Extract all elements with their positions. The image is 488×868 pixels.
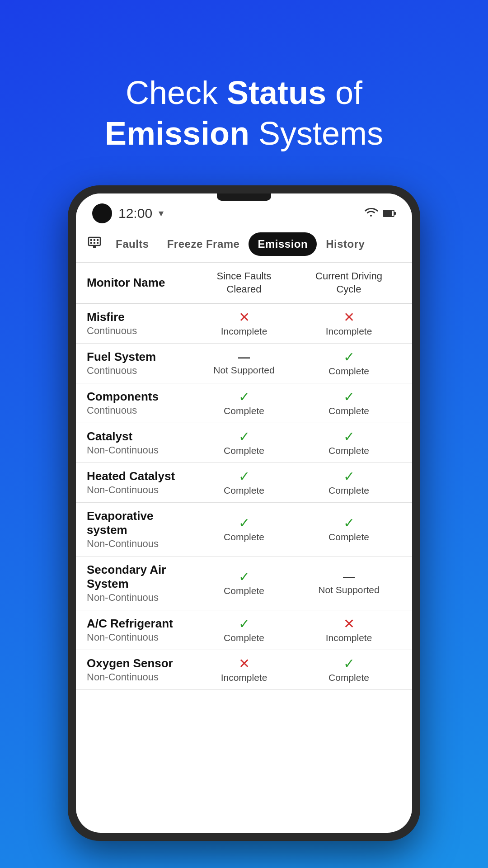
complete-icon: ✓ (239, 430, 250, 443)
monitor-name: Misfire (87, 310, 192, 324)
since-cleared-cell: ✓ Complete (192, 430, 296, 456)
since-cleared-cell: — Not Supported (192, 351, 296, 376)
hero-section: Check Status ofEmission Systems (51, 36, 437, 154)
svg-rect-5 (94, 239, 95, 241)
complete-icon: ✓ (343, 470, 355, 483)
nav-tabs: Faults Freeze Frame Emission History (76, 228, 412, 263)
incomplete-icon: ✕ (343, 311, 355, 324)
since-cleared-cell: ✕ Incomplete (192, 657, 296, 683)
svg-rect-1 (384, 211, 392, 216)
monitor-name: A/C Refrigerant (87, 617, 192, 631)
since-cleared-cell: ✓ Complete (192, 470, 296, 496)
svg-rect-6 (97, 239, 99, 241)
since-cleared-cell: ✓ Complete (192, 516, 296, 542)
since-cleared-cell: ✓ Complete (192, 390, 296, 416)
monitor-cell: A/C Refrigerant Non-Continuous (87, 617, 192, 643)
since-cleared-label: Complete (224, 585, 264, 596)
monitor-cell: Catalyst Non-Continuous (87, 429, 192, 456)
table-row: Oxygen Sensor Non-Continuous ✕ Incomplet… (76, 650, 412, 690)
monitor-name: Oxygen Sensor (87, 656, 192, 670)
col-since-header: Since FaultsCleared (192, 270, 296, 296)
table-row: Catalyst Non-Continuous ✓ Complete ✓ Com… (76, 423, 412, 463)
incomplete-icon: ✕ (343, 617, 355, 631)
table-row: Components Continuous ✓ Complete ✓ Compl… (76, 383, 412, 423)
svg-rect-9 (97, 242, 99, 244)
table-row: Evaporative system Non-Continuous ✓ Comp… (76, 503, 412, 557)
current-cycle-label: Complete (328, 672, 369, 683)
since-cleared-label: Incomplete (221, 326, 267, 337)
current-cycle-cell: ✓ Complete (296, 516, 401, 542)
monitor-name: Secondary Air System (87, 563, 192, 591)
current-cycle-cell: ✓ Complete (296, 430, 401, 456)
col-current-header: Current DrivingCycle (296, 270, 401, 296)
current-cycle-label: Complete (328, 532, 369, 542)
monitor-type: Continuous (87, 325, 192, 337)
since-cleared-label: Complete (224, 445, 264, 456)
phone-screen: 12:00 ▾ (76, 193, 412, 833)
table-row: Heated Catalyst Non-Continuous ✓ Complet… (76, 463, 412, 503)
current-cycle-cell: ✓ Complete (296, 390, 401, 416)
complete-icon: ✓ (239, 516, 250, 530)
emission-table: Monitor Name Since FaultsCleared Current… (76, 263, 412, 833)
current-cycle-label: Complete (328, 406, 369, 416)
monitor-type: Continuous (87, 405, 192, 416)
since-cleared-cell: ✕ Incomplete (192, 311, 296, 337)
complete-icon: ✓ (239, 570, 250, 584)
table-row: Misfire Continuous ✕ Incomplete ✕ Incomp… (76, 304, 412, 344)
current-cycle-cell: ✕ Incomplete (296, 311, 401, 337)
monitor-cell: Oxygen Sensor Non-Continuous (87, 656, 192, 683)
current-cycle-cell: ✓ Complete (296, 470, 401, 496)
complete-icon: ✓ (343, 516, 355, 530)
monitor-type: Non-Continuous (87, 484, 192, 496)
current-cycle-label: Not Supported (318, 585, 379, 595)
incomplete-icon: ✕ (239, 311, 250, 324)
svg-rect-8 (94, 242, 95, 244)
current-cycle-cell: ✓ Complete (296, 350, 401, 377)
complete-icon: ✓ (239, 617, 250, 631)
monitor-name: Evaporative system (87, 509, 192, 537)
complete-icon: ✓ (239, 470, 250, 483)
since-cleared-cell: ✓ Complete (192, 570, 296, 596)
monitor-cell: Evaporative system Non-Continuous (87, 509, 192, 550)
phone-notch (217, 193, 271, 201)
monitor-type: Continuous (87, 365, 192, 377)
tab-history[interactable]: History (317, 232, 374, 256)
tab-freeze-frame[interactable]: Freeze Frame (158, 232, 249, 256)
monitor-type: Non-Continuous (87, 538, 192, 550)
status-time: 12:00 (118, 206, 152, 221)
monitor-name: Fuel System (87, 350, 192, 364)
complete-icon: ✓ (343, 430, 355, 443)
status-left: 12:00 ▾ (92, 203, 164, 223)
monitor-type: Non-Continuous (87, 444, 192, 456)
current-cycle-label: Complete (328, 485, 369, 496)
since-cleared-label: Not Supported (213, 365, 274, 376)
obd-icon (87, 235, 102, 254)
wifi-icon (364, 207, 378, 221)
table-row: A/C Refrigerant Non-Continuous ✓ Complet… (76, 610, 412, 650)
table-header: Monitor Name Since FaultsCleared Current… (76, 263, 412, 304)
status-right (364, 207, 396, 221)
tab-emission[interactable]: Emission (249, 232, 317, 256)
monitor-name: Heated Catalyst (87, 469, 192, 483)
monitor-cell: Fuel System Continuous (87, 350, 192, 377)
monitor-cell: Heated Catalyst Non-Continuous (87, 469, 192, 496)
status-small-icon: ▾ (159, 208, 164, 219)
svg-rect-10 (93, 245, 96, 248)
current-cycle-label: Incomplete (326, 632, 372, 643)
tab-faults[interactable]: Faults (107, 232, 158, 256)
not-supported-icon: — (238, 351, 250, 363)
svg-rect-4 (90, 239, 92, 241)
monitor-name: Catalyst (87, 429, 192, 443)
current-cycle-cell: ✕ Incomplete (296, 617, 401, 643)
not-supported-icon: — (343, 571, 355, 583)
camera-icon (92, 203, 112, 223)
since-cleared-label: Complete (224, 485, 264, 496)
monitor-cell: Components Continuous (87, 390, 192, 416)
monitor-type: Non-Continuous (87, 632, 192, 643)
phone-mockup: 12:00 ▾ (68, 185, 420, 841)
svg-rect-3 (89, 237, 100, 245)
svg-rect-2 (394, 212, 396, 215)
battery-icon (383, 207, 396, 221)
current-cycle-cell: ✓ Complete (296, 657, 401, 683)
monitor-name: Components (87, 390, 192, 404)
